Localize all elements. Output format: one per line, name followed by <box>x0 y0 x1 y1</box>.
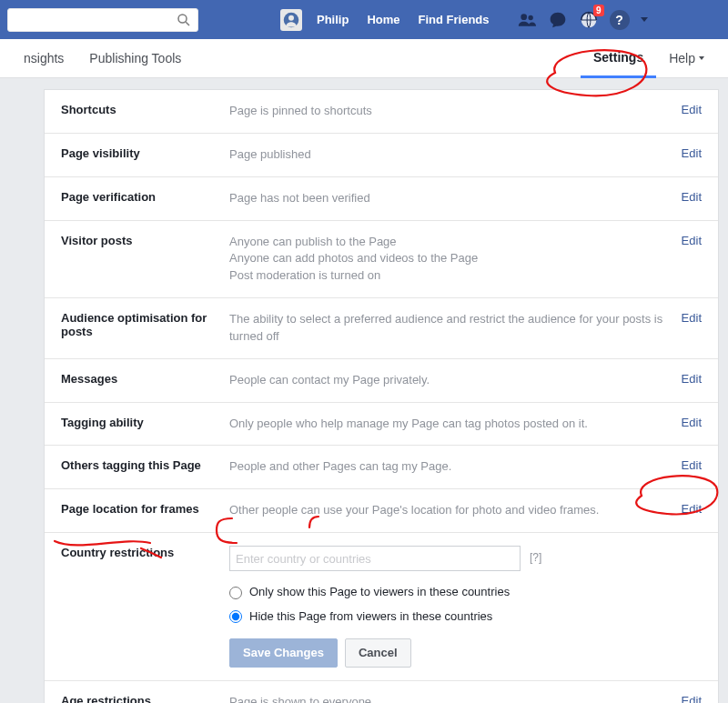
row-shortcuts: Shortcuts Page is pinned to shortcuts Ed… <box>45 90 718 134</box>
chevron-down-icon <box>699 56 704 60</box>
edit-link[interactable]: Edit <box>682 458 702 472</box>
row-audience-optimisation: Audience optimisation for posts The abil… <box>45 298 718 359</box>
radio-only-show-input[interactable] <box>229 587 242 599</box>
settings-panel: Shortcuts Page is pinned to shortcuts Ed… <box>44 89 719 703</box>
row-body: Page published <box>229 146 665 164</box>
tab-settings[interactable]: Settings <box>581 39 656 78</box>
row-page-visibility: Page visibility Page published Edit <box>45 134 718 177</box>
country-input[interactable] <box>229 546 521 571</box>
page-tabs: nsights Publishing Tools Settings Help <box>0 39 728 78</box>
cancel-button[interactable]: Cancel <box>345 638 411 668</box>
row-label: Audience optimisation for posts <box>61 311 229 338</box>
messages-icon[interactable] <box>548 10 568 30</box>
help-icon[interactable]: ? <box>610 10 630 30</box>
svg-point-3 <box>288 15 294 20</box>
account-dropdown-icon[interactable] <box>641 17 648 22</box>
edit-link[interactable]: Edit <box>682 416 702 429</box>
radio-hide[interactable]: Hide this Page from viewers in these cou… <box>229 608 665 626</box>
edit-link[interactable]: Edit <box>682 190 702 204</box>
row-body: Other people can use your Page's locatio… <box>229 502 665 519</box>
edit-link[interactable]: Edit <box>682 694 702 703</box>
search-bar <box>7 8 198 32</box>
row-label: Page visibility <box>61 146 229 160</box>
svg-line-1 <box>186 22 189 25</box>
row-label: Age restrictions <box>61 694 229 703</box>
svg-point-0 <box>178 15 187 23</box>
row-country-restrictions: Country restrictions [?] Only show this … <box>45 533 718 681</box>
radio-only-show[interactable]: Only show this Page to viewers in these … <box>229 584 665 601</box>
tab-insights[interactable]: nsights <box>11 39 76 78</box>
row-label: Page location for frames <box>61 502 229 516</box>
home-link[interactable]: Home <box>358 13 409 26</box>
top-nav-bar: Philip Home Find Friends 9 ? <box>0 0 728 39</box>
help-tooltip-icon[interactable]: [?] <box>530 550 541 566</box>
edit-link[interactable]: Edit <box>682 311 702 325</box>
tab-help-label: Help <box>669 51 695 65</box>
edit-link[interactable]: Edit <box>682 103 702 116</box>
row-page-location-frames: Page location for frames Other people ca… <box>45 489 718 533</box>
row-body: Page is pinned to shortcuts <box>229 103 665 120</box>
row-label: Messages <box>61 372 229 386</box>
save-changes-button[interactable]: Save Changes <box>229 638 338 668</box>
find-friends-link[interactable]: Find Friends <box>410 13 499 26</box>
row-body: Page has not been verified <box>229 190 665 207</box>
row-label: Tagging ability <box>61 416 229 429</box>
search-icon[interactable] <box>176 12 192 28</box>
svg-point-4 <box>521 14 527 20</box>
row-tagging-ability: Tagging ability Only people who help man… <box>45 403 718 447</box>
row-label: Shortcuts <box>61 103 229 116</box>
row-age-restrictions: Age restrictions Page is shown to everyo… <box>45 681 718 703</box>
row-visitor-posts: Visitor posts Anyone can publish to the … <box>45 221 718 299</box>
svg-point-5 <box>528 15 532 19</box>
row-page-verification: Page verification Page has not been veri… <box>45 177 718 221</box>
row-body: Page is shown to everyone. <box>229 694 665 703</box>
notifications-icon[interactable]: 9 <box>579 10 599 30</box>
row-label: Others tagging this Page <box>61 458 229 472</box>
tab-help[interactable]: Help <box>656 39 717 78</box>
notification-badge: 9 <box>593 5 604 16</box>
row-messages: Messages People can contact my Page priv… <box>45 359 718 403</box>
row-label: Page verification <box>61 190 229 204</box>
radio-hide-input[interactable] <box>229 610 242 623</box>
row-body: People can contact my Page privately. <box>229 372 665 389</box>
row-others-tagging: Others tagging this Page People and othe… <box>45 446 718 489</box>
avatar[interactable] <box>280 9 302 31</box>
row-body: Anyone can publish to the Page Anyone ca… <box>229 234 665 286</box>
edit-link[interactable]: Edit <box>682 146 702 160</box>
row-label: Country restrictions <box>61 546 229 559</box>
edit-link[interactable]: Edit <box>682 372 702 386</box>
row-label: Visitor posts <box>61 234 229 247</box>
row-body: People and other Pages can tag my Page. <box>229 458 665 476</box>
friend-requests-icon[interactable] <box>517 10 537 30</box>
search-input[interactable] <box>14 13 176 26</box>
row-body: Only people who help manage my Page can … <box>229 416 665 433</box>
tab-publishing-tools[interactable]: Publishing Tools <box>76 39 194 78</box>
row-body: The ability to select a preferred audien… <box>229 311 665 346</box>
edit-link[interactable]: Edit <box>682 234 702 247</box>
edit-link[interactable]: Edit <box>682 502 702 516</box>
profile-link[interactable]: Philip <box>308 13 358 26</box>
